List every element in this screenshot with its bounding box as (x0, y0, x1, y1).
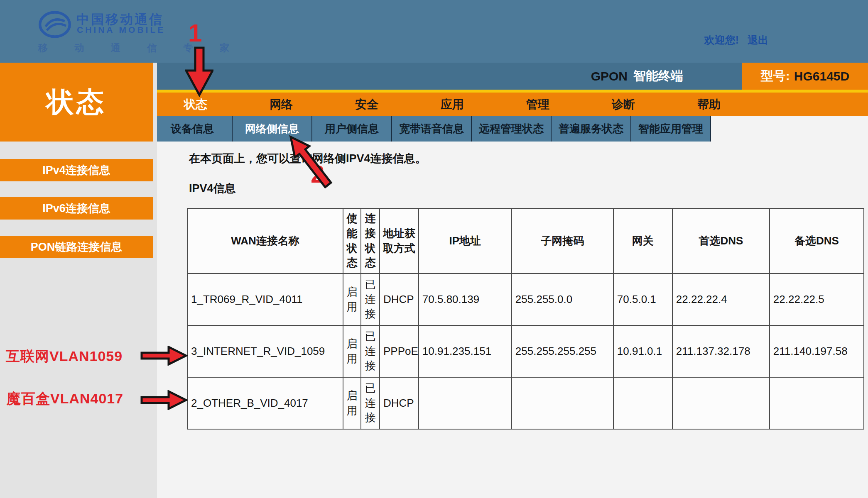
cell-ip: 70.5.80.139 (419, 273, 512, 325)
subnav-tab-smart-app[interactable]: 智能应用管理 (631, 116, 711, 142)
col-header-dns2: 备选DNS (770, 208, 864, 273)
cell-wan-name: 3_INTERNET_R_VID_1059 (187, 325, 343, 377)
col-header-wan-name: WAN连接名称 (187, 208, 343, 273)
sub-nav: 设备信息 网络侧信息 用户侧信息 宽带语音信息 远程管理状态 普遍服务状态 智能… (153, 116, 711, 142)
subnav-tab-universal-service[interactable]: 普遍服务状态 (552, 116, 631, 142)
logo-company-name-en: CHINA MOBILE (77, 25, 165, 35)
nav-tab-management[interactable]: 管理 (495, 93, 581, 116)
cell-dns2: 22.22.22.5 (770, 273, 864, 325)
cell-dns1: 211.137.32.178 (672, 325, 770, 377)
cell-addr-mode: DHCP (380, 377, 419, 429)
annotation-step2-arrow-upleft-icon (284, 134, 334, 188)
ipv4-wan-table: WAN连接名称 使能状态 连接状态 地址获取方式 IP地址 子网掩码 网关 首选… (187, 208, 864, 430)
model-badge: 型号: HG6145D (742, 63, 868, 90)
model-label: 型号: (761, 68, 790, 85)
sidebar: 状态 IPv4连接信息 IPv6连接信息 PON链路连接信息 (0, 63, 157, 498)
china-mobile-logo-icon (38, 10, 71, 39)
accent-stripe (153, 90, 868, 93)
china-mobile-logo: 中国移动通信 CHINA MOBILE 移 动 通 信 专 家 (38, 7, 175, 55)
sidebar-item-pon-link-info[interactable]: PON链路连接信息 (0, 236, 153, 258)
col-header-dns1: 首选DNS (672, 208, 770, 273)
annotation-step1-arrow-down-icon (185, 46, 213, 97)
cell-connect: 已连接 (361, 377, 380, 429)
nav-tab-help[interactable]: 帮助 (666, 93, 752, 116)
col-header-ip: IP地址 (419, 208, 512, 273)
table-row: 3_INTERNET_R_VID_1059 启用 已连接 PPPoE 10.91… (187, 325, 864, 377)
cell-dns1 (672, 377, 770, 429)
sidebar-title-status: 状态 (0, 63, 153, 142)
cell-addr-mode: PPPoE (380, 325, 419, 377)
cell-ip: 10.91.235.151 (419, 325, 512, 377)
cell-gateway: 70.5.0.1 (613, 273, 672, 325)
col-header-connect-status: 连接状态 (361, 208, 380, 273)
col-header-addr-mode: 地址获取方式 (380, 208, 419, 273)
nav-tab-security[interactable]: 安全 (324, 93, 409, 116)
table-row: 2_OTHER_B_VID_4017 启用 已连接 DHCP (187, 377, 864, 429)
cell-mask (512, 377, 613, 429)
annotation-internet-arrow-right-icon (140, 346, 188, 366)
cell-gateway (613, 377, 672, 429)
cell-dns2: 211.140.197.58 (770, 325, 864, 377)
cell-ip (419, 377, 512, 429)
cell-dns1: 22.22.22.4 (672, 273, 770, 325)
welcome-area: 欢迎您! 退出 (704, 33, 768, 47)
cell-mask: 255.255.0.0 (512, 273, 613, 325)
cell-addr-mode: DHCP (380, 273, 419, 325)
router-admin-page: 中国移动通信 CHINA MOBILE 移 动 通 信 专 家 欢迎您! 退出 … (0, 0, 868, 498)
col-header-gateway: 网关 (613, 208, 672, 273)
annotation-step1-number: 1 (188, 21, 202, 46)
product-title-terminal: 智能终端 (633, 68, 683, 85)
nav-tab-diagnosis[interactable]: 诊断 (581, 93, 666, 116)
nav-tab-application[interactable]: 应用 (409, 93, 495, 116)
product-title: GPON 智能终端 (591, 63, 683, 90)
sidebar-item-ipv6-info[interactable]: IPv6连接信息 (0, 197, 153, 220)
annotation-stb-vlan-label: 魔百盒VLAN4017 (7, 389, 123, 408)
cell-enable: 启用 (343, 325, 361, 377)
product-title-gpon: GPON (591, 69, 628, 83)
cell-connect: 已连接 (361, 273, 380, 325)
product-band: GPON 智能终端 型号: HG6145D (153, 63, 868, 90)
sidebar-item-ipv4-info[interactable]: IPv4连接信息 (0, 159, 153, 181)
annotation-internet-vlan-label: 互联网VLAN1059 (6, 347, 123, 366)
annotation-stb-arrow-right-icon (140, 390, 188, 410)
section-title-ipv4: IPV4信息 (189, 181, 236, 196)
nav-tab-network[interactable]: 网络 (238, 93, 324, 116)
cell-wan-name: 1_TR069_R_VID_4011 (187, 273, 343, 325)
table-row: 1_TR069_R_VID_4011 启用 已连接 DHCP 70.5.80.1… (187, 273, 864, 325)
cell-dns2 (770, 377, 864, 429)
model-value: HG6145D (794, 69, 849, 83)
top-header: 中国移动通信 CHINA MOBILE 移 动 通 信 专 家 欢迎您! 退出 (0, 0, 868, 63)
cell-gateway: 10.91.0.1 (613, 325, 672, 377)
col-header-mask: 子网掩码 (512, 208, 613, 273)
subnav-tab-remote-mgmt[interactable]: 远程管理状态 (472, 116, 552, 142)
col-header-enable-status: 使能状态 (343, 208, 361, 273)
main-nav: 状态 网络 安全 应用 管理 诊断 帮助 (153, 93, 868, 116)
cell-enable: 启用 (343, 273, 361, 325)
cell-enable: 启用 (343, 377, 361, 429)
subnav-tab-device-info[interactable]: 设备信息 (153, 116, 233, 142)
cell-wan-name: 2_OTHER_B_VID_4017 (187, 377, 343, 429)
subnav-tab-voice-info[interactable]: 宽带语音信息 (392, 116, 472, 142)
cell-connect: 已连接 (361, 325, 380, 377)
welcome-text: 欢迎您! (704, 34, 739, 46)
cell-mask: 255.255.255.255 (512, 325, 613, 377)
table-header-row: WAN连接名称 使能状态 连接状态 地址获取方式 IP地址 子网掩码 网关 首选… (187, 208, 864, 273)
content-area: 在本页面上，您可以查询网络侧IPV4连接信息。 IPV4信息 WAN连接名称 使… (157, 116, 868, 498)
logout-link[interactable]: 退出 (748, 34, 768, 46)
